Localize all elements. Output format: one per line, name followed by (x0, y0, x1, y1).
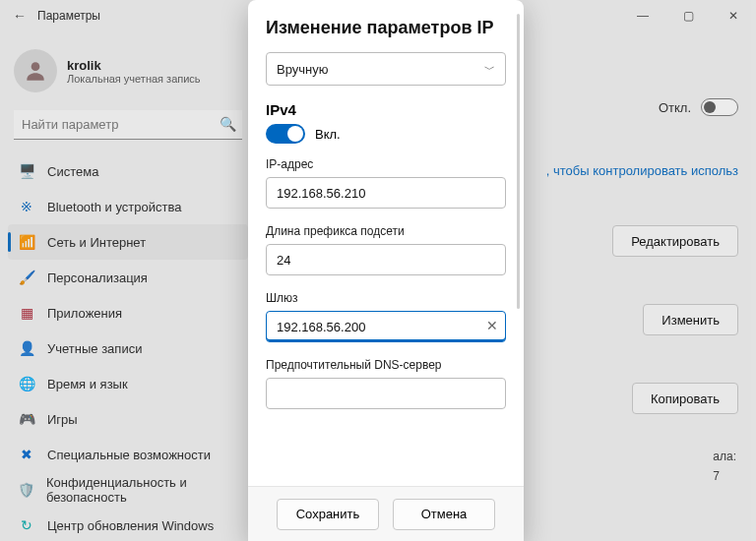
ip-address-input[interactable] (266, 177, 506, 209)
ipv4-heading: IPv4 (266, 101, 506, 118)
gateway-input[interactable] (266, 311, 506, 342)
ip-mode-select[interactable]: Вручную ﹀ (266, 52, 506, 86)
dns-label: Предпочтительный DNS-сервер (266, 358, 506, 372)
dialog-scrollbar[interactable] (517, 14, 520, 309)
chevron-down-icon: ﹀ (484, 62, 495, 77)
ipv4-toggle-row: Вкл. (266, 124, 506, 144)
dialog-footer: Сохранить Отмена (248, 486, 524, 541)
cancel-button[interactable]: Отмена (393, 499, 495, 530)
clear-input-icon[interactable]: ✕ (486, 318, 498, 333)
prefix-input[interactable] (266, 244, 506, 275)
gateway-field-wrap: ✕ (266, 311, 506, 358)
ipv4-toggle[interactable] (266, 124, 305, 144)
settings-window: ← Параметры — ▢ ✕ krolik Локальная учетн… (0, 0, 756, 541)
dialog-title: Изменение параметров IP (266, 18, 506, 38)
ip-mode-value: Вручную (277, 62, 328, 77)
ip-settings-dialog: Изменение параметров IP Вручную ﹀ IPv4 В… (248, 0, 524, 541)
prefix-label: Длина префикса подсети (266, 224, 506, 238)
save-button[interactable]: Сохранить (277, 499, 379, 530)
dns-input[interactable] (266, 378, 506, 409)
ip-address-label: IP-адрес (266, 157, 506, 171)
ipv4-toggle-label: Вкл. (315, 127, 341, 142)
gateway-label: Шлюз (266, 291, 506, 305)
dialog-body: Изменение параметров IP Вручную ﹀ IPv4 В… (248, 0, 524, 486)
